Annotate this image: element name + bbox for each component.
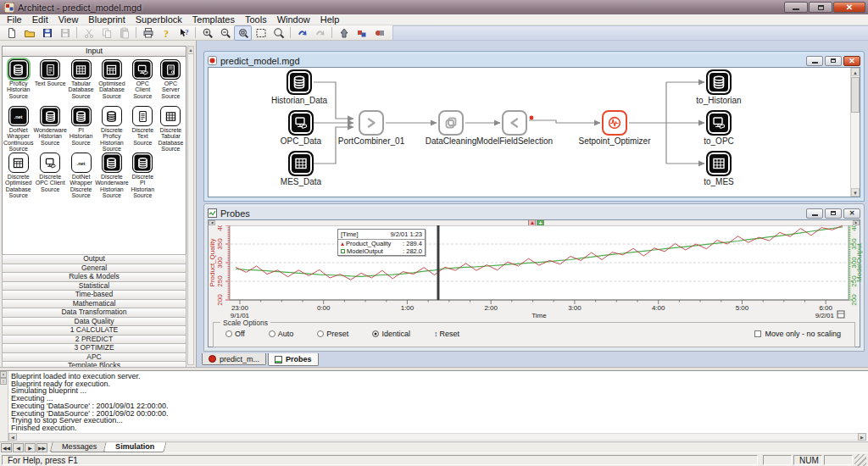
- toolbar-zoom-normal-button[interactable]: [234, 25, 252, 41]
- probes-window[interactable]: Probes ✕ ◀ + ▶ 20020025025030030: [203, 203, 865, 352]
- move-only-checkbox[interactable]: Move only - no scaling: [754, 330, 841, 338]
- log-pin-button[interactable]: ↕: [0, 378, 7, 385]
- toolbar-configure-button[interactable]: [353, 25, 370, 41]
- menu-tools[interactable]: Tools: [240, 14, 272, 25]
- block-datacleaning[interactable]: DataCleaning: [438, 110, 464, 136]
- toolbar-upload-button[interactable]: [335, 25, 353, 41]
- blueprint-window[interactable]: predict_model.mgd ✕ Historian_DataOPC_Da…: [203, 51, 865, 202]
- tab-last-button[interactable]: ▶▶: [36, 443, 47, 452]
- toolbar-about-button[interactable]: [157, 25, 175, 41]
- mdi-tab-probes[interactable]: Probes: [268, 353, 319, 366]
- block-to-opc[interactable]: to_OPC: [706, 110, 732, 136]
- mdi-tab-predict-m[interactable]: predict_m...: [202, 353, 266, 365]
- toolbar-zoom-custom-button[interactable]: [270, 25, 287, 41]
- menu-window[interactable]: Window: [272, 14, 315, 25]
- blueprint-canvas[interactable]: Historian_DataOPC_DataMES_DataPortCombin…: [209, 68, 850, 197]
- tab-prev-button[interactable]: ◀: [13, 443, 24, 452]
- palette-item-discrete-optimised-database-source[interactable]: Discrete Optimised Database Source: [3, 153, 33, 199]
- palette-item-discrete-tabular-database-source[interactable]: Discrete Tabular Database Source: [157, 106, 185, 153]
- toolbar-run-button[interactable]: [293, 25, 311, 41]
- square-marker-icon: [341, 249, 345, 253]
- close-button[interactable]: ✕: [833, 2, 865, 13]
- maximize-button[interactable]: [809, 2, 832, 13]
- palette-item-proficy-historian-source[interactable]: Proficy Historian Source: [3, 59, 33, 106]
- radio-identical[interactable]: Identical: [372, 330, 410, 338]
- block-mes-data[interactable]: MES_Data: [288, 151, 314, 176]
- palette-item-discrete-pi-historian-source[interactable]: Discrete PI Historian Source: [129, 153, 157, 199]
- tab-first-button[interactable]: ◀◀: [1, 443, 12, 452]
- toolbar-new-button[interactable]: [3, 25, 20, 41]
- toolbar-configure-2-button[interactable]: [370, 25, 388, 41]
- menu-superblock[interactable]: Superblock: [131, 14, 187, 25]
- blueprint-restore-button[interactable]: [825, 56, 842, 66]
- palette-item-dotnet-wrapper-continuous-source[interactable]: DotNet Wrapper Continuous Source: [3, 106, 33, 153]
- scrollbar-track[interactable]: [17, 433, 858, 441]
- title-bar[interactable]: Architect - predict_model.mgd ✕: [0, 0, 868, 14]
- palette-scrollbar[interactable]: ▲: [187, 46, 194, 365]
- trend-chart[interactable]: 200200250250300300350350400400Product_Qu…: [209, 225, 863, 320]
- reset-button[interactable]: ↕Reset: [434, 330, 459, 338]
- menu-file[interactable]: File: [2, 14, 27, 25]
- probes-close-button[interactable]: ✕: [843, 208, 860, 219]
- block-setpoint-optimizer[interactable]: Setpoint_Optimizer: [602, 110, 627, 136]
- block-palette: Input Proficy Historian SourceText Sourc…: [0, 41, 197, 367]
- toolbar-save-button[interactable]: [38, 25, 56, 41]
- block-historian-data[interactable]: Historian_Data: [287, 69, 312, 95]
- blueprint-window-titlebar[interactable]: predict_model.mgd ✕: [208, 54, 860, 67]
- toolbar-context-help-button[interactable]: [175, 25, 192, 41]
- palette-category-input[interactable]: Input: [3, 47, 186, 57]
- palette-item-optimised-database-source[interactable]: Optimised Database Source: [95, 59, 129, 106]
- radio-off[interactable]: Off: [225, 330, 245, 338]
- palette-item-pi-historian-source[interactable]: PI Historian Source: [67, 106, 95, 153]
- toolbar-open-button[interactable]: [20, 25, 38, 41]
- menu-help[interactable]: Help: [315, 14, 345, 25]
- palette-item-dotnet-wrapper-discrete-source[interactable]: DotNet Wrapper Discrete Source: [67, 153, 95, 199]
- minimize-button[interactable]: [784, 2, 808, 13]
- log-horizontal-scrollbar[interactable]: ◀ ▶: [8, 432, 866, 441]
- log-tab-messages[interactable]: Messages: [50, 442, 109, 452]
- menu-view[interactable]: View: [53, 14, 84, 25]
- block-to-mes[interactable]: to_MES: [706, 151, 732, 176]
- probe-tooltip: [Time] 9/2/01 1:23 Product_Quality: 289.…: [337, 229, 426, 256]
- palette-item-discrete-text-source[interactable]: Discrete Text Source: [129, 106, 157, 153]
- scroll-left-icon[interactable]: ◀: [8, 433, 17, 441]
- probes-window-titlebar[interactable]: Probes ✕: [208, 207, 860, 219]
- probes-minimize-button[interactable]: [806, 208, 823, 219]
- palette-item-discrete-proficy-historian-source[interactable]: Discrete Proficy Historian Source: [95, 106, 129, 153]
- blueprint-close-button[interactable]: ✕: [843, 56, 860, 66]
- probes-restore-button[interactable]: [825, 208, 842, 219]
- block-modelfieldselection[interactable]: ModelFieldSelection: [502, 110, 527, 136]
- tab-next-button[interactable]: ▶: [25, 443, 36, 452]
- radio-preset[interactable]: Preset: [317, 330, 348, 338]
- menu-blueprint[interactable]: Blueprint: [83, 14, 130, 25]
- block-to-historian[interactable]: to_Historian: [706, 69, 732, 95]
- scroll-down-icon[interactable]: ▼: [851, 188, 860, 197]
- palette-item-opc-server-source[interactable]: OPC Server Source: [157, 59, 185, 106]
- db-icon: [287, 69, 312, 95]
- scroll-up-icon[interactable]: ▲: [188, 47, 193, 54]
- palette-item-text-source[interactable]: Text Source: [33, 59, 67, 106]
- radio-auto[interactable]: Auto: [269, 330, 294, 338]
- scroll-right-icon[interactable]: ▶: [858, 433, 866, 441]
- blueprint-minimize-button[interactable]: [806, 56, 823, 66]
- block-portcombiner-01[interactable]: PortCombiner_01: [359, 110, 384, 136]
- block-opc-data[interactable]: OPC_Data: [288, 110, 314, 136]
- log-tab-simulation[interactable]: Simulation: [103, 442, 167, 452]
- palette-item-tabular-database-source[interactable]: Tabular Database Source: [67, 59, 95, 106]
- checkbox-icon[interactable]: [754, 330, 761, 337]
- blueprint-vertical-scrollbar[interactable]: ▲ ▼: [850, 68, 860, 197]
- toolbar-zoom-in-button[interactable]: [198, 25, 216, 41]
- toolbar-zoom-fit-button[interactable]: [252, 25, 270, 41]
- palette-item-discrete-wonderware-historian-source[interactable]: Discrete Wonderware Historian Source: [95, 153, 129, 199]
- palette-item-wonderware-historian-source[interactable]: Wonderware Historian Source: [33, 106, 67, 153]
- scrollbar-thumb[interactable]: [851, 77, 860, 113]
- palette-item-discrete-opc-client-source[interactable]: Discrete OPC Client Source: [33, 153, 67, 199]
- scroll-up-icon[interactable]: ▲: [851, 68, 860, 76]
- log-close-button[interactable]: ×: [0, 371, 7, 378]
- palette-item-opc-client-source[interactable]: OPC Client Source: [129, 59, 157, 106]
- toolbar-print-button[interactable]: [139, 25, 157, 41]
- menu-edit[interactable]: Edit: [27, 14, 53, 25]
- menu-templates[interactable]: Templates: [187, 14, 240, 25]
- resize-grip[interactable]: [854, 454, 866, 466]
- toolbar-zoom-out-button[interactable]: [216, 25, 234, 41]
